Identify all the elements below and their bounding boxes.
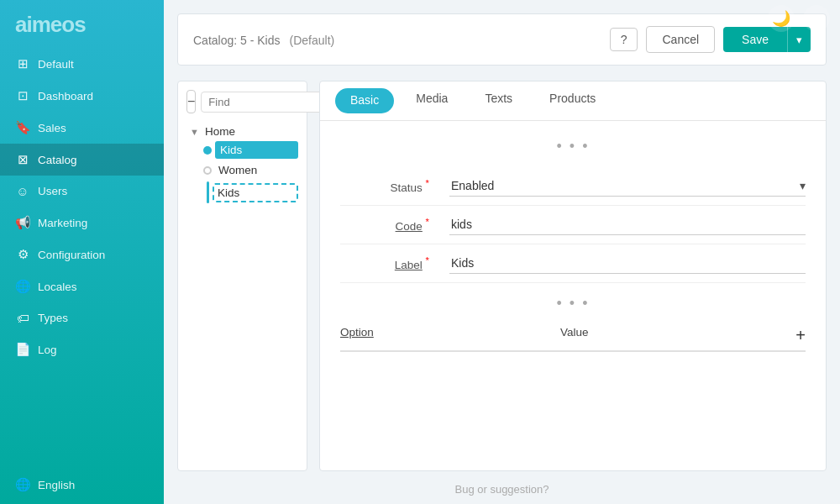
sidebar-label-log: Log [38, 344, 57, 356]
sidebar-item-types[interactable]: 🏷 Types [0, 302, 164, 333]
tree-item-home[interactable]: ▼ Home [186, 122, 298, 141]
form-tabs: Basic Media Texts Products [320, 81, 826, 121]
sidebar-label-dashboard: Dashboard [38, 90, 93, 102]
grid-icon: ⊞ [15, 56, 30, 71]
catalog-icon: ⊠ [15, 152, 30, 167]
dots-top: • • • [340, 138, 806, 155]
sidebar-label-configuration: Configuration [38, 249, 105, 261]
tree-dot-men [203, 146, 212, 155]
tree-toggle-home: ▼ [190, 127, 202, 137]
types-icon: 🏷 [15, 311, 30, 325]
export-button[interactable]: ↗ [803, 5, 830, 32]
page-title-text: Catalog: 5 - Kids [193, 34, 281, 47]
sidebar-item-sales[interactable]: 🔖 Sales [0, 112, 164, 144]
sidebar-label-users: Users [38, 185, 67, 197]
sidebar-footer-language[interactable]: 🌐 English [0, 469, 164, 504]
log-icon: 📄 [15, 342, 30, 357]
options-header: Option Value + [340, 321, 806, 352]
sidebar-item-catalog[interactable]: ⊠ Catalog [0, 144, 164, 176]
language-icon: 🌐 [15, 477, 30, 492]
option-col-header: Option [340, 326, 560, 345]
add-col-header: + [780, 326, 806, 345]
sidebar-item-configuration[interactable]: ⚙ Configuration [0, 239, 164, 270]
code-label: Code * [340, 217, 449, 233]
sidebar-label-sales: Sales [38, 122, 66, 134]
tree-remove-button[interactable]: − [186, 90, 196, 113]
sidebar-nav: ⊞ Default ⊡ Dashboard 🔖 Sales ⊠ Catalog … [0, 48, 164, 469]
tree-label-home: Home [205, 125, 235, 138]
tree-dot-women [203, 166, 212, 175]
tree-root: ▼ Home Kids Women Kids [186, 122, 298, 203]
label-field: Label * [340, 244, 806, 283]
label-label: Label * [340, 255, 449, 271]
tree-item-men-row: Kids [202, 141, 298, 159]
config-icon: ⚙ [15, 247, 30, 262]
tree-bar-kids [207, 181, 209, 203]
sidebar-item-default[interactable]: ⊞ Default [0, 48, 164, 80]
sidebar-label-catalog: Catalog [38, 154, 77, 166]
cancel-button[interactable]: Cancel [646, 26, 715, 53]
tab-texts[interactable]: Texts [466, 81, 531, 121]
tree-item-kids[interactable]: Kids [213, 183, 298, 202]
marketing-icon: 📢 [15, 215, 30, 230]
topbar-icons: 🌙 ↗ [768, 5, 830, 32]
sidebar-label-locales: Locales [38, 281, 77, 293]
sidebar: aimeos ⊞ Default ⊡ Dashboard 🔖 Sales ⊠ C… [0, 0, 164, 504]
sidebar-item-users[interactable]: ☺ Users [0, 176, 164, 207]
page-footer: Bug or suggestion? [177, 483, 827, 496]
sidebar-item-marketing[interactable]: 📢 Marketing [0, 207, 164, 239]
page-header: Catalog: 5 - Kids (Default) ? Cancel Sav… [177, 13, 827, 66]
add-option-button[interactable]: + [795, 326, 806, 345]
sidebar-label-marketing: Marketing [38, 217, 87, 229]
page-title: Catalog: 5 - Kids (Default) [193, 31, 601, 49]
label-input[interactable] [449, 253, 806, 274]
sidebar-footer-label: English [38, 479, 75, 491]
tab-media[interactable]: Media [397, 81, 466, 121]
tree-children-home: Kids Women Kids [202, 141, 298, 203]
footer-text: Bug or suggestion? [454, 483, 549, 496]
form-body: • • • Status * Enabled Disabled ▾ [320, 121, 826, 470]
code-field: Code * [340, 206, 806, 244]
chevron-down-icon: ▾ [800, 179, 806, 192]
options-table: Option Value + [340, 321, 806, 352]
sidebar-label-default: Default [38, 58, 74, 71]
tab-products[interactable]: Products [531, 81, 614, 121]
sidebar-item-dashboard[interactable]: ⊡ Dashboard [0, 80, 164, 112]
logo-text-2: eos [50, 12, 86, 37]
form-panel: Basic Media Texts Products • • • Status … [319, 81, 827, 471]
sidebar-label-types: Types [38, 312, 68, 324]
status-field: Status * Enabled Disabled ▾ [340, 167, 806, 206]
users-icon: ☺ [15, 184, 30, 198]
tree-panel: − + ▼ Home Kids Women [177, 81, 307, 471]
tree-item-women[interactable]: Women [215, 160, 298, 180]
tab-basic[interactable]: Basic [335, 88, 394, 113]
value-col-header: Value [560, 326, 780, 345]
status-label: Status * [340, 178, 449, 194]
tree-item-men[interactable]: Kids [215, 141, 298, 159]
sidebar-item-locales[interactable]: 🌐 Locales [0, 270, 164, 302]
status-select-wrap: Enabled Disabled ▾ [449, 176, 806, 197]
tree-toolbar: − + [186, 90, 298, 113]
sales-icon: 🔖 [15, 120, 30, 135]
status-select[interactable]: Enabled Disabled [449, 176, 800, 196]
app-logo: aimeos [0, 0, 164, 48]
dashboard-icon: ⊡ [15, 88, 30, 103]
locales-icon: 🌐 [15, 279, 30, 294]
code-input[interactable] [449, 214, 806, 235]
sidebar-item-log[interactable]: 📄 Log [0, 333, 164, 365]
logo-text-1: aim [15, 12, 50, 37]
moon-button[interactable]: 🌙 [768, 5, 795, 32]
content-area: − + ▼ Home Kids Women [177, 81, 827, 471]
dots-bottom: • • • [340, 295, 806, 312]
tree-item-women-row: Women [202, 160, 298, 180]
help-button[interactable]: ? [610, 28, 638, 51]
tree-item-kids-row: Kids [202, 181, 298, 203]
page-subtitle: (Default) [290, 34, 335, 47]
